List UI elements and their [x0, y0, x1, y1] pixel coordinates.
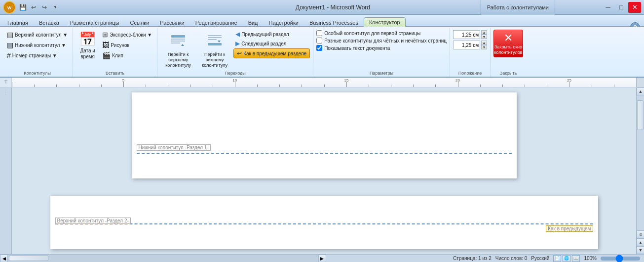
ribbon-group-perekhody-content: Перейти к верхнемуколонтитулу Перейти к …: [160, 30, 310, 70]
express-blocks-button[interactable]: ⊞ Экспресс-блоки ▼: [100, 30, 154, 40]
page-num-icon: #: [7, 51, 11, 59]
header-position-input[interactable]: [453, 30, 480, 39]
prev-section-button[interactable]: ◀ Предыдущий раздел: [233, 30, 310, 39]
scroll-thumb[interactable]: [637, 100, 644, 130]
verkhny-kolontitul-button[interactable]: ▤ Верхний колонтитул ▼: [5, 30, 70, 40]
scroll-select-button[interactable]: ⊙: [637, 230, 644, 238]
zoom-slider[interactable]: [601, 257, 640, 261]
same-as-prev-button[interactable]: ↩ Как в предыдущем разделе: [233, 48, 310, 58]
doc-main: Нижний колонтитул -Раздел 1- Верхний кол…: [12, 87, 636, 254]
tab-recenz[interactable]: Рецензирование: [190, 18, 243, 27]
undo-quick-button[interactable]: ↩: [29, 2, 38, 12]
tab-ssylki[interactable]: Ссылки: [125, 18, 155, 27]
ribbon-group-perekhody: Перейти к верхнемуколонтитулу Перейти к …: [157, 28, 313, 77]
go-header-label: Перейти к верхнемуколонтитулу: [163, 52, 193, 68]
ribbon-group-parametry-content: Особый колонтитул для первой страницы Ра…: [316, 30, 447, 70]
scroll-next-page-button[interactable]: ▼: [637, 246, 644, 254]
maximize-button[interactable]: □: [615, 2, 628, 13]
data-time-button[interactable]: 📅 Дата ивремя: [76, 30, 99, 61]
vstavit-col: ⊞ Экспресс-блоки ▼ 🖼 Рисунок 🎬 Клип: [100, 30, 154, 60]
check-row-2: Разные колонтитулы для чётных и нечётных…: [316, 37, 447, 44]
app-window: W 💾 ↩ ↪ ▼ Документ1 - Microsoft Word Раб…: [0, 0, 644, 262]
quick-dropdown-button[interactable]: ▼: [50, 2, 60, 12]
svg-rect-10: [208, 43, 222, 45]
redo-quick-button[interactable]: ↪: [39, 2, 49, 12]
show-doc-text-check[interactable]: [316, 45, 322, 51]
work-area-label: Работа с колонтитулами: [487, 4, 549, 10]
prev-label: Предыдущий раздел: [241, 32, 289, 37]
tab-bar-wrapper: Главная Вставка Разметка страницы Ссылки…: [0, 15, 644, 27]
nizhny-kolontitul-button[interactable]: ▤ Нижний колонтитул ▼: [5, 40, 70, 50]
svg-marker-11: [218, 41, 221, 43]
minimize-button[interactable]: ─: [602, 2, 614, 13]
polozhenie-col: ▲ ▼ ▲ ▼: [453, 30, 487, 50]
tab-rassylki[interactable]: Рассылки: [154, 18, 189, 27]
ribbon-group-vstavit: 📅 Дата ивремя ⊞ Экспресс-блоки ▼ 🖼 Рисун…: [73, 28, 157, 77]
tab-konstruktor[interactable]: Конструктор: [364, 17, 406, 27]
save-quick-button[interactable]: 💾: [18, 2, 28, 12]
svg-rect-8: [208, 37, 222, 38]
header-section: Верхний колонтитул -Раздел 2- Как в пред…: [50, 206, 598, 230]
scroll-left-button[interactable]: ◀: [0, 255, 8, 262]
next-label: Следующий раздел: [241, 41, 286, 46]
lang: Русский: [531, 256, 549, 261]
close-headers-button[interactable]: ✕ Закрыть окноколонтитулов: [493, 30, 523, 57]
ribbon-group-zakryt-content: ✕ Закрыть окноколонтитулов: [493, 30, 523, 70]
office-button[interactable]: W: [3, 1, 16, 14]
quick-access-toolbar: 💾 ↩ ↪ ▼: [18, 2, 60, 12]
tab-vstavka[interactable]: Вставка: [34, 18, 65, 27]
scrollbar-right: ▲ ⊙ ▲ ▼: [636, 87, 644, 254]
ruler-corner[interactable]: ⊤: [0, 78, 12, 87]
ribbon-group-vstavit-content: 📅 Дата ивремя ⊞ Экспресс-блоки ▼ 🖼 Рисун…: [76, 30, 154, 70]
view-read-button[interactable]: 📖: [572, 255, 580, 262]
zoom-label: 100%: [584, 256, 597, 261]
inter-page: [22, 182, 626, 192]
close-button[interactable]: ✕: [628, 2, 641, 13]
polozhenie-group-label: Положение: [453, 70, 487, 77]
window-controls: ─ □ ✕: [602, 2, 641, 13]
nomer-stranitsy-button[interactable]: # Номер страницы ▼: [5, 50, 70, 60]
close-red-icon: ✕: [504, 32, 513, 44]
parametry-col: Особый колонтитул для первой страницы Ра…: [316, 30, 447, 51]
tab-vid[interactable]: Вид: [243, 18, 264, 27]
status-area: Страница: 1 из 2 Число слов: 0 Русский 📄…: [326, 255, 644, 262]
picture-button[interactable]: 🖼 Рисунок: [100, 40, 154, 50]
check-row-3: Показывать текст документа: [316, 44, 447, 51]
scroll-right-button[interactable]: ▶: [318, 255, 326, 262]
next-section-button[interactable]: ▶ Следующий раздел: [233, 39, 310, 48]
perekhody-group-label: Переходы: [160, 70, 310, 77]
svg-marker-6: [181, 44, 184, 46]
view-buttons: 📄 🌐 📖: [553, 255, 580, 262]
check-row-1: Особый колонтитул для первой страницы: [316, 30, 447, 37]
tab-glavnaya[interactable]: Главная: [2, 18, 34, 27]
footer-content[interactable]: [132, 155, 517, 169]
picture-icon: 🖼: [102, 41, 109, 49]
view-print-button[interactable]: 📄: [553, 255, 561, 262]
scroll-up-button[interactable]: ▲: [637, 87, 644, 95]
scroll-track[interactable]: [637, 95, 644, 230]
tab-business-processes[interactable]: Business Processes: [304, 18, 364, 27]
ruler-marks: 510152025: [12, 78, 636, 87]
view-web-button[interactable]: 🌐: [563, 255, 570, 262]
go-to-footer-button[interactable]: Перейти к нижнемуколонтитулу: [197, 30, 232, 70]
footer-position-spin[interactable]: ▲ ▼: [481, 41, 487, 49]
same-icon: ↩: [237, 50, 242, 57]
header-position-spin[interactable]: ▲ ▼: [481, 30, 487, 39]
footer-dashed-line: [137, 153, 512, 154]
page-1: Нижний колонтитул -Раздел 1-: [132, 92, 517, 178]
tab-razmetka[interactable]: Разметка страницы: [65, 18, 125, 27]
parametry-group-label: Параметры: [316, 70, 447, 77]
special-first-check[interactable]: [316, 30, 322, 36]
scroll-h-track[interactable]: [8, 255, 318, 262]
different-even-odd-check[interactable]: [316, 38, 322, 44]
word-count: Число слов: 0: [495, 256, 527, 261]
vstavit-group-label: Вставить: [76, 70, 154, 77]
scroll-h-thumb[interactable]: [9, 256, 48, 261]
footer-position-input[interactable]: [453, 41, 480, 49]
scroll-prev-page-button[interactable]: ▲: [637, 238, 644, 246]
ribbon-group-zakryt: ✕ Закрыть окноколонтитулов Закрыть: [491, 28, 526, 77]
tab-nadstrojki[interactable]: Надстройки: [264, 18, 304, 27]
calendar-icon: 📅: [79, 31, 96, 48]
go-to-header-button[interactable]: Перейти к верхнемуколонтитулу: [160, 30, 196, 70]
clip-button[interactable]: 🎬 Клип: [100, 50, 154, 60]
